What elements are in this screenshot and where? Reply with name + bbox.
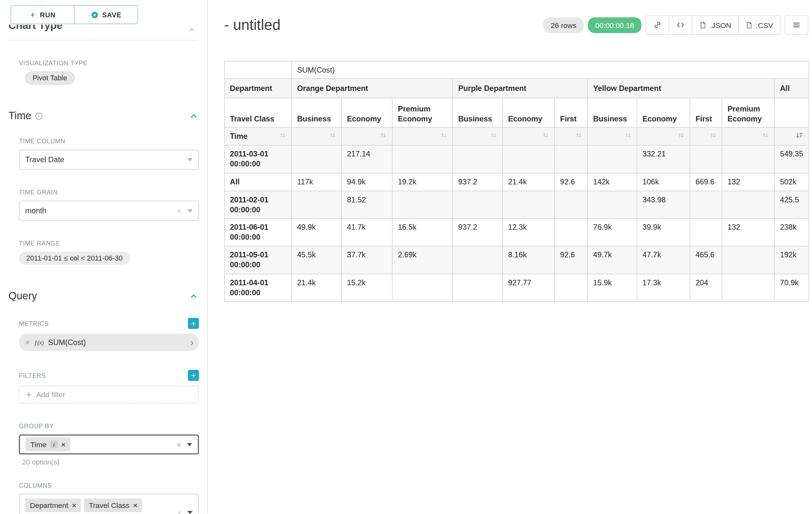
travel-class-header-cell: Economy: [342, 98, 393, 128]
value-cell: 937.2: [453, 218, 502, 246]
section-divider: [9, 40, 198, 40]
sort-icon[interactable]: [762, 131, 769, 141]
column-sort-cell[interactable]: [588, 128, 637, 145]
column-sort-cell[interactable]: [502, 128, 555, 145]
metric-option[interactable]: × ƒ(x) SUM(Cost) ›: [19, 333, 199, 351]
travel-class-header-cell: Premium Economy: [722, 98, 775, 128]
value-cell: [722, 246, 775, 274]
pivot-data-row: 2011-04-01 00:00:0021.4k15.2k927.7715.9k…: [224, 274, 809, 302]
travel-class-header-row: Travel ClassBusinessEconomyPremium Econo…: [224, 98, 809, 128]
column-sort-cell[interactable]: [342, 128, 393, 145]
chevron-right-icon[interactable]: ›: [190, 337, 194, 347]
remove-pill-icon[interactable]: ×: [72, 502, 76, 509]
export-json-button[interactable]: .JSON: [692, 16, 739, 35]
run-button[interactable]: RUN: [10, 5, 74, 24]
add-filter-plus-button[interactable]: +: [188, 370, 199, 381]
value-cell: [555, 274, 588, 302]
column-sort-cell[interactable]: [637, 128, 690, 145]
columns-pill-travel-class[interactable]: Travel Class ×: [84, 498, 142, 512]
time-axis-label: Time: [230, 131, 248, 141]
chevron-down-icon[interactable]: [187, 158, 193, 161]
remove-pill-icon[interactable]: ×: [61, 441, 65, 448]
clear-icon[interactable]: ×: [177, 508, 182, 514]
column-sort-cell[interactable]: [555, 128, 588, 145]
chevron-down-icon[interactable]: [187, 443, 192, 446]
chart-title[interactable]: - untitled: [224, 17, 281, 33]
column-sort-cell[interactable]: [690, 128, 722, 145]
clear-icon[interactable]: ×: [177, 207, 182, 215]
row-time-label: All: [224, 173, 291, 191]
add-metric-button[interactable]: +: [188, 318, 199, 329]
value-cell: 49.9k: [291, 218, 341, 246]
column-sort-cell[interactable]: [291, 128, 341, 145]
column-sort-cell[interactable]: [722, 128, 775, 145]
sort-icon[interactable]: [677, 131, 684, 141]
columns-select[interactable]: Department × Travel Class × ×: [19, 494, 199, 514]
value-cell: [588, 191, 637, 218]
value-cell: [690, 145, 722, 173]
row-time-label: 2011-02-01 00:00:00: [224, 191, 291, 218]
value-cell: 92.6: [555, 173, 588, 191]
add-filter-button[interactable]: Add filter: [19, 385, 199, 404]
sort-icon[interactable]: [279, 131, 286, 141]
chevron-down-icon[interactable]: [187, 209, 193, 212]
time-column-select[interactable]: Travel Date: [19, 150, 199, 170]
sort-icon[interactable]: [575, 131, 582, 141]
sort-icon[interactable]: [329, 131, 336, 141]
clear-icon[interactable]: ×: [176, 440, 181, 449]
column-sort-cell[interactable]: [392, 128, 453, 145]
collapse-chevron-icon[interactable]: [188, 26, 196, 34]
value-cell: [502, 191, 555, 218]
sort-icon[interactable]: [625, 131, 631, 141]
remove-pill-icon[interactable]: ×: [133, 502, 137, 509]
column-sort-cell[interactable]: [775, 128, 809, 145]
pivot-data-row: 2011-03-01 00:00:00217.14332.21549.35: [224, 145, 809, 173]
collapse-section-icon[interactable]: [190, 292, 198, 300]
chart-type-section-header[interactable]: Chart Type: [8, 25, 198, 36]
value-cell: 70.9k: [775, 274, 809, 302]
chevron-down-icon[interactable]: [187, 511, 193, 514]
pill-label: Time: [30, 440, 47, 449]
value-cell: [453, 246, 502, 274]
export-json-label: .JSON: [709, 21, 731, 29]
sort-icon[interactable]: [440, 131, 447, 141]
save-button[interactable]: SAVE: [74, 5, 138, 24]
sort-icon[interactable]: [709, 131, 716, 141]
view-query-button[interactable]: [669, 16, 693, 35]
row-time-label: 2011-03-01 00:00:00: [224, 145, 291, 173]
value-cell: 47.7k: [637, 246, 690, 274]
value-cell: 549.35: [775, 145, 809, 173]
query-section-heading[interactable]: Query: [8, 290, 198, 302]
value-cell: [690, 218, 722, 246]
value-cell: 465.6: [690, 246, 722, 274]
more-options-button[interactable]: [785, 16, 809, 35]
value-cell: 45.5k: [291, 246, 341, 274]
sort-icon[interactable]: [380, 131, 387, 141]
value-cell: 8.16k: [502, 246, 555, 274]
time-grain-select[interactable]: month ×: [19, 201, 199, 221]
time-sort-cell[interactable]: Time: [224, 128, 291, 145]
sort-icon[interactable]: [542, 131, 549, 141]
metric-header-cell: SUM(Cost): [291, 61, 809, 79]
value-cell: 81.52: [342, 191, 393, 218]
sort-desc-active-icon[interactable]: [795, 131, 803, 141]
value-cell: [690, 191, 722, 218]
share-link-button[interactable]: [646, 16, 669, 35]
group-by-pill-time[interactable]: Time i ×: [26, 437, 70, 451]
lightning-icon: [30, 11, 36, 19]
remove-metric-icon[interactable]: ×: [25, 338, 30, 346]
value-cell: 927.77: [502, 274, 555, 302]
sort-icon[interactable]: [490, 131, 497, 141]
viz-type-pill[interactable]: Pivot Table: [25, 71, 74, 84]
time-section-heading[interactable]: Time: [8, 110, 198, 122]
collapse-section-icon[interactable]: [190, 112, 198, 120]
value-cell: 117k: [291, 173, 341, 191]
column-sort-cell[interactable]: [453, 128, 502, 145]
time-range-pill[interactable]: 2011-01-01 ≤ col < 2011-06-30: [19, 251, 130, 265]
export-csv-button[interactable]: .CSV: [738, 16, 781, 35]
link-icon: [653, 21, 662, 30]
plus-icon: [26, 391, 32, 398]
value-cell: [555, 191, 588, 218]
group-by-select[interactable]: Time i × ×: [19, 434, 199, 454]
columns-pill-department[interactable]: Department ×: [25, 498, 81, 512]
